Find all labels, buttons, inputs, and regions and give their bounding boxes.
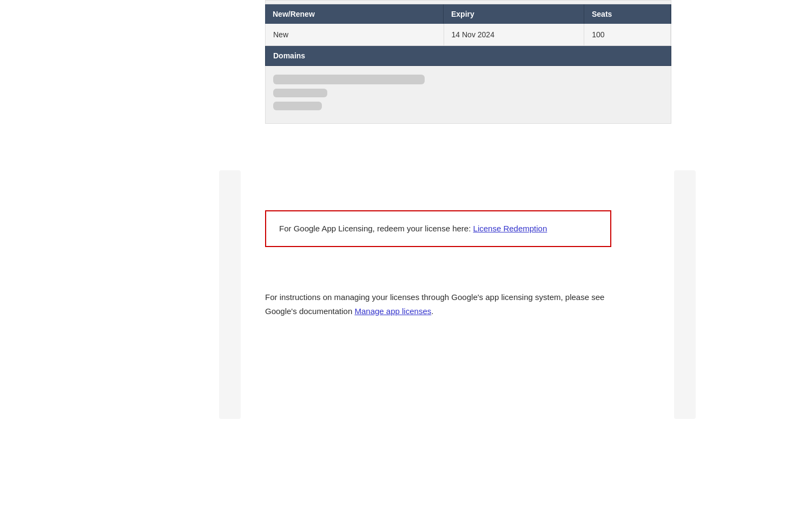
blurred-domain-line-3 [273, 102, 322, 110]
header-seats: Seats [584, 4, 671, 24]
content-area: For Google App Licensing, redeem your li… [265, 210, 671, 290]
cell-seats: 100 [584, 24, 671, 45]
cell-new-renew: New [266, 24, 444, 45]
left-decorative-bar [219, 170, 241, 419]
table-header-row: New/Renew Expiry Seats [265, 4, 671, 24]
domains-content [265, 66, 671, 124]
redemption-text-before-link: For Google App Licensing, redeem your li… [279, 224, 473, 233]
right-decorative-bar [674, 170, 696, 419]
license-table: New/Renew Expiry Seats New 14 Nov 2024 1… [265, 0, 671, 124]
header-expiry: Expiry [444, 4, 584, 24]
header-new-renew: New/Renew [265, 4, 444, 24]
instructions-area: For instructions on managing your licens… [265, 290, 671, 318]
domains-header: Domains [265, 46, 671, 66]
instructions-text-after-link: . [431, 307, 433, 316]
blurred-domain-line-2 [273, 89, 327, 97]
manage-app-licenses-link[interactable]: Manage app licenses [354, 307, 431, 316]
page-wrapper: New/Renew Expiry Seats New 14 Nov 2024 1… [0, 0, 812, 506]
cell-expiry: 14 Nov 2024 [444, 24, 585, 45]
table-top-border [265, 0, 671, 4]
table-data-row: New 14 Nov 2024 100 [265, 24, 671, 46]
license-redemption-link[interactable]: License Redemption [473, 224, 547, 233]
instructions-text-before-link: For instructions on managing your licens… [265, 292, 604, 316]
instructions-paragraph: For instructions on managing your licens… [265, 290, 617, 318]
redemption-text: For Google App Licensing, redeem your li… [279, 224, 547, 233]
blurred-domain-line-1 [273, 75, 425, 84]
redemption-box: For Google App Licensing, redeem your li… [265, 210, 611, 247]
